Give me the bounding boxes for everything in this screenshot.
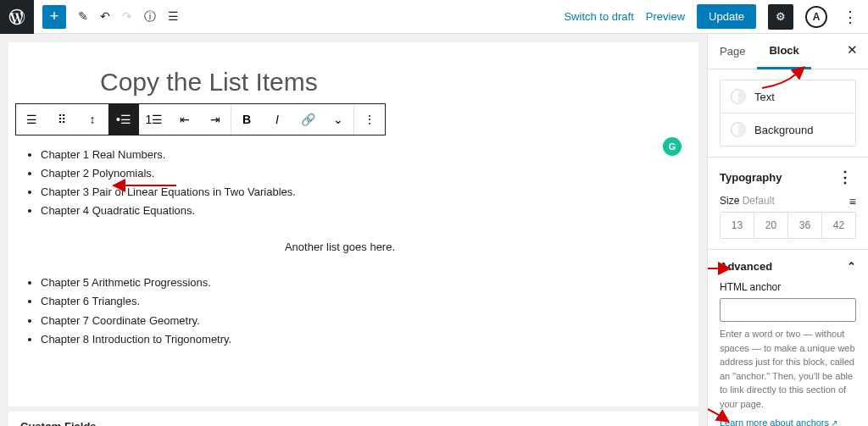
list-block-1[interactable]: Chapter 1 Real Numbers. Chapter 2 Polyno… xyxy=(41,146,656,220)
font-size-buttons: 13 20 36 42 xyxy=(720,212,856,239)
move-icon[interactable]: ↕ xyxy=(77,104,108,135)
drag-handle-icon[interactable]: ⠿ xyxy=(47,104,77,135)
page-title[interactable]: Copy the List Items xyxy=(8,42,698,97)
link-icon[interactable]: 🔗 xyxy=(292,104,323,135)
typography-options-icon[interactable]: ⋮ xyxy=(834,168,856,186)
editor-canvas-wrap: Copy the List Items ☰ ⠿ ↕ •☰ 1☰ ⇤ ⇥ B I … xyxy=(0,34,707,426)
add-block-button[interactable]: + xyxy=(42,5,66,29)
numbered-list-icon[interactable]: 1☰ xyxy=(139,104,170,135)
typography-heading: Typography xyxy=(720,171,782,184)
list-block-2[interactable]: Chapter 5 Arithmetic Progressions. Chapt… xyxy=(41,274,656,348)
settings-sidebar: Page Block ✕ Text Background Typography xyxy=(707,34,868,426)
paragraph-block[interactable]: Another list goes here. xyxy=(24,241,656,253)
indent-icon[interactable]: ⇥ xyxy=(200,104,231,135)
html-anchor-input[interactable] xyxy=(720,298,856,322)
anchor-label: HTML anchor xyxy=(720,281,856,293)
list-item[interactable]: Chapter 4 Quadratic Equations. xyxy=(41,202,656,220)
outline-icon[interactable]: ☰ xyxy=(168,9,179,25)
tab-page[interactable]: Page xyxy=(708,34,757,69)
redo-icon[interactable]: ↷ xyxy=(122,9,132,25)
list-item[interactable]: Chapter 5 Arithmetic Progressions. xyxy=(41,274,656,292)
edit-icon[interactable]: ✎ xyxy=(78,9,88,25)
color-swatch-icon xyxy=(731,122,746,137)
more-format-icon[interactable]: ⌄ xyxy=(323,104,353,135)
top-toolbar: + ✎ ↶ ↷ ⓘ ☰ Switch to draft Preview Upda… xyxy=(0,0,868,34)
list-block-icon[interactable]: ☰ xyxy=(16,104,47,135)
text-color-control[interactable]: Text xyxy=(721,80,855,113)
italic-button[interactable]: I xyxy=(262,104,292,135)
learn-anchors-link[interactable]: Learn more about anchors xyxy=(720,418,837,426)
list-item[interactable]: Chapter 7 Coordinate Geometry. xyxy=(41,312,656,330)
list-item[interactable]: Chapter 3 Pair of Linear Equations in Tw… xyxy=(41,183,656,202)
wordpress-logo[interactable] xyxy=(0,0,34,34)
size-btn[interactable]: 42 xyxy=(822,213,855,238)
undo-icon[interactable]: ↶ xyxy=(100,9,110,25)
block-options-icon[interactable]: ⋮ xyxy=(354,104,385,135)
list-item[interactable]: Chapter 2 Polynomials. xyxy=(41,164,656,183)
more-menu-icon[interactable]: ⋮ xyxy=(839,8,861,26)
background-color-control[interactable]: Background xyxy=(721,113,855,146)
custom-fields-panel[interactable]: Custom Fields xyxy=(8,412,698,426)
update-button[interactable]: Update xyxy=(697,4,756,29)
block-toolbar: ☰ ⠿ ↕ •☰ 1☰ ⇤ ⇥ B I 🔗 ⌄ ⋮ xyxy=(15,103,386,136)
switch-draft-link[interactable]: Switch to draft xyxy=(564,10,633,23)
advanced-heading[interactable]: Advanced xyxy=(720,260,772,273)
grammarly-icon[interactable]: G xyxy=(663,137,682,156)
size-btn[interactable]: 36 xyxy=(788,213,822,238)
chevron-up-icon[interactable]: ⌃ xyxy=(847,260,856,273)
size-btn[interactable]: 20 xyxy=(754,213,788,238)
info-icon[interactable]: ⓘ xyxy=(144,9,156,25)
sliders-icon[interactable]: ≡ xyxy=(849,195,856,208)
plugin-icon[interactable]: A xyxy=(805,6,827,28)
color-swatch-icon xyxy=(731,89,746,104)
bullet-list-icon[interactable]: •☰ xyxy=(108,104,139,135)
settings-icon[interactable]: ⚙ xyxy=(768,4,793,30)
close-icon[interactable]: ✕ xyxy=(837,34,868,69)
list-item[interactable]: Chapter 8 Introduction to Trigonometry. xyxy=(41,330,656,349)
size-btn[interactable]: 13 xyxy=(721,213,754,238)
anchor-help-text: Enter a word or two — without spaces — t… xyxy=(720,327,856,411)
list-item[interactable]: Chapter 1 Real Numbers. xyxy=(41,146,656,164)
outdent-icon[interactable]: ⇤ xyxy=(170,104,200,135)
tab-block[interactable]: Block xyxy=(757,34,810,69)
bold-button[interactable]: B xyxy=(231,104,262,135)
preview-link[interactable]: Preview xyxy=(646,10,685,23)
list-item[interactable]: Chapter 6 Triangles. xyxy=(41,292,656,311)
